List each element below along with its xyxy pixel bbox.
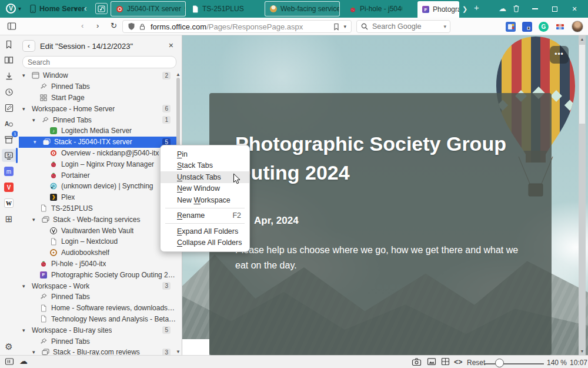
tree-row[interactable]: Pinned Tabs [18, 336, 176, 347]
search-input[interactable] [371, 22, 430, 31]
url-field[interactable]: forms.office.com/Pages/ResponsePage.aspx… [122, 20, 352, 33]
wikipedia-panel-icon[interactable]: W [2, 197, 16, 210]
tab[interactable]: FPhotograp [417, 1, 459, 18]
mastodon-panel-icon[interactable]: m [2, 165, 16, 178]
tree-row[interactable]: ▾Stack - Web-facing services [18, 214, 176, 225]
workspace-caret-icon[interactable]: ▾ [74, 5, 77, 12]
tab[interactable]: J5040-ITX server5 [111, 1, 186, 16]
tree-row[interactable]: Login – Nginx Proxy Manager [18, 158, 176, 170]
grammarly-extension-icon[interactable]: G [539, 22, 549, 32]
minimize-button[interactable] [527, 0, 543, 18]
translate-panel-icon[interactable]: A [2, 117, 16, 130]
tree-row[interactable]: ♪Logitech Media Server [18, 125, 176, 137]
tree-row[interactable]: Login – Nextcloud [18, 236, 176, 247]
more-options-button[interactable]: ••• [550, 46, 569, 64]
new-tab-icon[interactable]: + [474, 3, 479, 12]
menu-item[interactable]: Collapse All Folders [161, 237, 249, 249]
bookmarks-panel-icon[interactable] [2, 38, 16, 51]
workspace-switcher[interactable]: Home Server [39, 5, 85, 13]
toggle-images-icon[interactable] [427, 357, 436, 368]
panel-toggle-icon[interactable] [7, 22, 16, 33]
reading-list-panel-icon[interactable] [2, 54, 16, 67]
sessions-panel-icon[interactable]: ↻ [2, 149, 16, 162]
notes-panel-icon[interactable] [2, 101, 16, 114]
tree-row[interactable]: Pi-hole - j5040-itx [18, 258, 176, 270]
tree-row[interactable]: ▾Stack - J5040-ITX server5 [19, 137, 176, 148]
tab[interactable]: TS-251PLUS [187, 1, 246, 16]
privacy-extension-icon[interactable] [522, 22, 532, 32]
tree-row[interactable]: Plex [18, 192, 176, 203]
vivaldi-menu-icon[interactable]: V [6, 4, 16, 14]
tree-row[interactable]: Home - Software reviews, downloads, news… [18, 303, 176, 314]
tree-row[interactable]: Technology News and Analysis - BetaNews [18, 314, 176, 325]
back-icon[interactable]: ‹ [81, 21, 83, 30]
sync-cloud-icon[interactable]: ☁ [499, 4, 506, 14]
zoom-slider-track[interactable] [484, 363, 544, 364]
tree-row[interactable]: ▾Pinned Tabs1 [18, 114, 176, 125]
menu-item[interactable]: Pin [161, 148, 249, 160]
zoom-reset-button[interactable]: Reset [467, 359, 485, 367]
box-panel-icon[interactable]: 1 [2, 133, 16, 146]
tab[interactable]: Web-facing services3 [265, 1, 340, 16]
page-scrollbar[interactable]: ▲ ▼ [579, 35, 586, 355]
expand-caret-icon[interactable]: ▾ [34, 139, 43, 145]
tree-row[interactable]: ▾Workspace - Home Server6 [18, 103, 176, 114]
lock-icon[interactable] [139, 23, 146, 31]
expand-caret-icon[interactable]: ▾ [22, 327, 32, 333]
tree-row[interactable]: ▾Workspace - Work3 [18, 280, 176, 291]
panel-close-icon[interactable]: × [169, 41, 173, 50]
tree-row[interactable]: ▾Workspace - Blu-ray sites5 [18, 324, 176, 336]
bookmark-caret-icon[interactable]: ▾ [343, 24, 346, 29]
tree-row[interactable]: (unknown device) | Syncthing [18, 181, 176, 192]
tab[interactable]: Pi-hole - j5040-itx [345, 1, 402, 16]
tree-row[interactable]: Vaultwarden Web Vault [18, 225, 176, 236]
expand-caret-icon[interactable]: ▾ [22, 72, 32, 78]
close-button[interactable]: × [567, 0, 582, 18]
tab-stack-toggle-button[interactable] [95, 3, 108, 14]
search-field[interactable]: ▾ [356, 20, 450, 33]
tree-row[interactable]: Start Page [18, 92, 176, 104]
history-panel-icon[interactable] [2, 85, 16, 98]
reload-icon[interactable]: ↻ [111, 21, 117, 30]
tree-row[interactable]: Pinned Tabs [18, 291, 176, 303]
menu-item[interactable]: New Workspace [161, 194, 249, 206]
tree-row[interactable]: Overview - nickdanp@j5040-itx [18, 148, 176, 159]
menu-item[interactable]: RenameF2 [161, 210, 249, 222]
tree-row[interactable]: TS-251PLUS [18, 203, 176, 214]
sync-status-cloud-icon[interactable]: ☁ [19, 356, 28, 366]
tree-row[interactable]: ▾Window2 [18, 70, 176, 81]
tree-row[interactable]: FPhotographic Society Group Outing 2024 [18, 269, 176, 280]
zoom-slider-handle[interactable] [495, 359, 504, 367]
page-actions-icon[interactable]: <> [454, 359, 462, 367]
tree-row[interactable]: Audiobookshelf [18, 247, 176, 258]
trash-icon[interactable] [513, 5, 520, 15]
titlebar-back-icon[interactable]: ‹ [84, 4, 87, 13]
session-search-input[interactable] [22, 56, 176, 68]
tab-scroll-right-icon[interactable]: ❯ [462, 4, 467, 14]
tree-row[interactable]: Pinned Tabs [18, 81, 176, 92]
expand-caret-icon[interactable]: ▾ [32, 217, 42, 223]
forward-icon[interactable]: › [96, 21, 99, 30]
expand-caret-icon[interactable]: ▾ [32, 117, 42, 123]
colorful-extension-icon[interactable] [555, 22, 565, 32]
bookmark-page-icon[interactable] [333, 23, 340, 31]
expand-caret-icon[interactable]: ▾ [32, 349, 42, 355]
settings-gear-icon[interactable]: ⚙ [2, 340, 16, 353]
panel-back-button[interactable]: ‹ [22, 40, 35, 52]
tree-row[interactable]: ▾Stack - Blu-ray.com reviews3 [18, 347, 176, 355]
statusbar-panel-toggle-icon[interactable] [5, 357, 14, 368]
shield-icon[interactable] [128, 22, 135, 31]
search-engine-caret-icon[interactable]: ▾ [443, 24, 446, 29]
vivaldi-panel-icon[interactable]: V [2, 181, 16, 194]
maximize-button[interactable] [547, 0, 562, 18]
menu-item[interactable]: Expand All Folders [161, 226, 249, 237]
capture-page-icon[interactable] [412, 357, 422, 368]
tree-row[interactable]: Portainer [18, 170, 176, 181]
profile-avatar[interactable] [572, 21, 583, 32]
expand-caret-icon[interactable]: ▾ [22, 106, 32, 112]
office-extension-icon[interactable] [506, 22, 516, 32]
tiling-icon[interactable] [441, 357, 450, 368]
menu-caret-icon[interactable]: ▾ [18, 5, 21, 12]
add-web-panel-icon[interactable]: ⊞ [2, 213, 16, 226]
menu-item[interactable]: Stack Tabs [161, 160, 249, 172]
